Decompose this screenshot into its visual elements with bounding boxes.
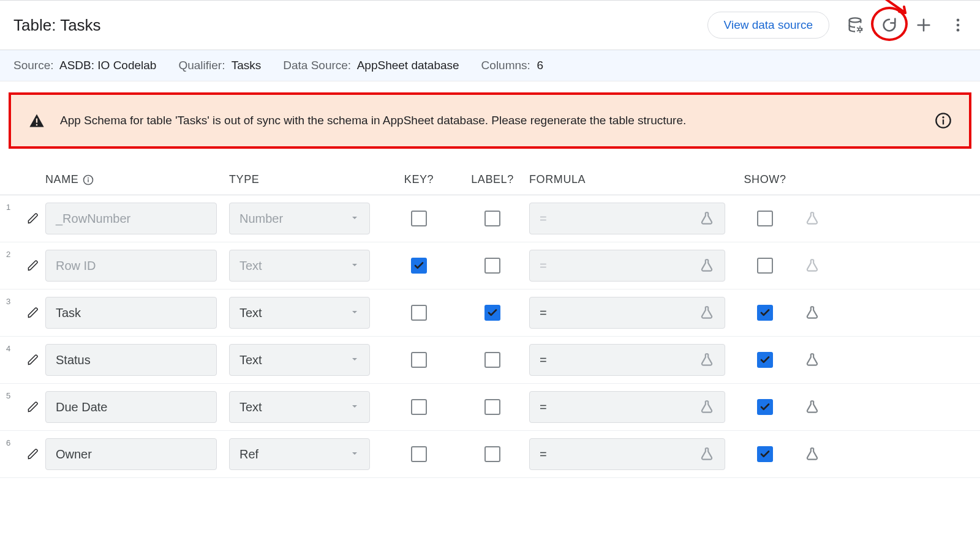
warning-triangle-icon	[28, 112, 45, 129]
page-title: Table: Tasks	[13, 16, 101, 35]
warning-banner-wrap: App Schema for table 'Tasks' is out of s…	[0, 81, 980, 154]
show-flask-button[interactable]	[793, 446, 829, 462]
column-name-input[interactable]: Owner	[45, 438, 217, 470]
column-type-select[interactable]: Number	[229, 203, 370, 234]
row-number: 4	[2, 344, 21, 353]
show-checkbox[interactable]	[737, 258, 793, 274]
flask-icon	[699, 211, 715, 226]
show-flask-button[interactable]	[793, 352, 829, 368]
database-settings-icon[interactable]	[846, 17, 864, 34]
row-number: 3	[2, 297, 21, 306]
show-flask-button[interactable]	[793, 258, 829, 274]
key-checkbox[interactable]	[382, 352, 456, 368]
column-rows: 1 _RowNumber Number = 2 Row ID	[0, 195, 980, 478]
column-type-select[interactable]: Text	[229, 297, 370, 329]
info-icon[interactable]	[82, 174, 94, 186]
more-menu-button[interactable]	[949, 17, 967, 34]
flask-icon	[699, 258, 715, 274]
data-source-label: Data Source: AppSheet database	[283, 59, 459, 72]
edit-column-button[interactable]	[21, 307, 45, 319]
caret-down-icon	[350, 400, 360, 414]
key-checkbox[interactable]	[382, 305, 456, 321]
label-checkbox[interactable]	[456, 446, 529, 462]
column-name-input[interactable]: Status	[45, 344, 217, 376]
show-checkbox[interactable]	[737, 305, 793, 321]
header-actions: View data source	[707, 12, 967, 39]
columns-count-value: 6	[537, 59, 543, 72]
table-header-bar: Table: Tasks View data source	[0, 0, 980, 50]
row-number: 5	[2, 391, 21, 400]
edit-column-button[interactable]	[21, 212, 45, 225]
caret-down-icon	[350, 212, 360, 226]
column-type-select[interactable]: Text	[229, 250, 370, 282]
qualifier-label: Qualifier: Tasks	[178, 59, 261, 72]
column-row: 3 Task Text =	[0, 289, 980, 337]
info-circle-icon[interactable]	[935, 112, 952, 129]
show-checkbox[interactable]	[737, 399, 793, 415]
formula-input[interactable]: =	[529, 391, 725, 423]
column-row: 6 Owner Ref =	[0, 431, 980, 478]
column-type-select[interactable]: Text	[229, 391, 370, 423]
column-row: 5 Due Date Text =	[0, 384, 980, 431]
show-checkbox[interactable]	[737, 446, 793, 462]
caret-down-icon	[350, 259, 360, 273]
caret-down-icon	[350, 353, 360, 367]
warning-banner: App Schema for table 'Tasks' is out of s…	[9, 92, 971, 149]
edit-column-button[interactable]	[21, 260, 45, 272]
warning-message: App Schema for table 'Tasks' is out of s…	[60, 114, 920, 127]
label-checkbox[interactable]	[456, 211, 529, 226]
column-header-row: NAME TYPE KEY? LABEL? FORMULA SHOW?	[0, 154, 980, 195]
column-name-input[interactable]: _RowNumber	[45, 203, 217, 234]
edit-column-button[interactable]	[21, 448, 45, 460]
header-show: SHOW?	[737, 173, 793, 186]
edit-column-button[interactable]	[21, 401, 45, 413]
show-flask-button[interactable]	[793, 305, 829, 321]
column-name-input[interactable]: Task	[45, 297, 217, 329]
flask-icon	[804, 399, 820, 415]
column-type-select[interactable]: Text	[229, 344, 370, 376]
row-number: 6	[2, 438, 21, 447]
label-checkbox[interactable]	[456, 352, 529, 368]
flask-icon	[804, 352, 820, 368]
column-name-input[interactable]: Row ID	[45, 250, 217, 282]
header-formula: FORMULA	[529, 173, 737, 186]
show-checkbox[interactable]	[737, 352, 793, 368]
flask-icon	[699, 399, 715, 415]
show-checkbox[interactable]	[737, 211, 793, 226]
formula-input[interactable]: =	[529, 203, 725, 234]
formula-input[interactable]: =	[529, 297, 725, 329]
caret-down-icon	[350, 306, 360, 320]
show-flask-button[interactable]	[793, 399, 829, 415]
column-row: 4 Status Text =	[0, 337, 980, 384]
formula-input[interactable]: =	[529, 250, 725, 282]
column-row: 2 Row ID Text =	[0, 242, 980, 289]
flask-icon	[699, 352, 715, 368]
column-type-select[interactable]: Ref	[229, 438, 370, 470]
edit-column-button[interactable]	[21, 354, 45, 366]
label-checkbox[interactable]	[456, 258, 529, 274]
caret-down-icon	[350, 447, 360, 461]
show-flask-button[interactable]	[793, 211, 829, 226]
key-checkbox[interactable]	[382, 399, 456, 415]
formula-input[interactable]: =	[529, 438, 725, 470]
flask-icon	[804, 258, 820, 274]
regenerate-schema-button[interactable]	[881, 17, 898, 34]
key-checkbox[interactable]	[382, 211, 456, 226]
view-data-source-button[interactable]: View data source	[707, 12, 829, 39]
flask-icon	[804, 446, 820, 462]
flask-icon	[804, 305, 820, 321]
flask-icon	[804, 211, 820, 226]
header-name: NAME	[45, 173, 229, 186]
key-checkbox[interactable]	[382, 446, 456, 462]
label-checkbox[interactable]	[456, 305, 529, 321]
row-number: 1	[2, 203, 21, 212]
key-checkbox[interactable]	[382, 258, 456, 274]
add-column-button[interactable]	[915, 17, 932, 34]
column-name-input[interactable]: Due Date	[45, 391, 217, 423]
table-info-strip: Source: ASDB: IO Codelab Qualifier: Task…	[0, 50, 980, 81]
label-checkbox[interactable]	[456, 399, 529, 415]
formula-input[interactable]: =	[529, 344, 725, 376]
source-value: ASDB: IO Codelab	[59, 59, 156, 72]
header-type: TYPE	[229, 173, 382, 186]
columns-count-label: Columns: 6	[481, 59, 543, 72]
